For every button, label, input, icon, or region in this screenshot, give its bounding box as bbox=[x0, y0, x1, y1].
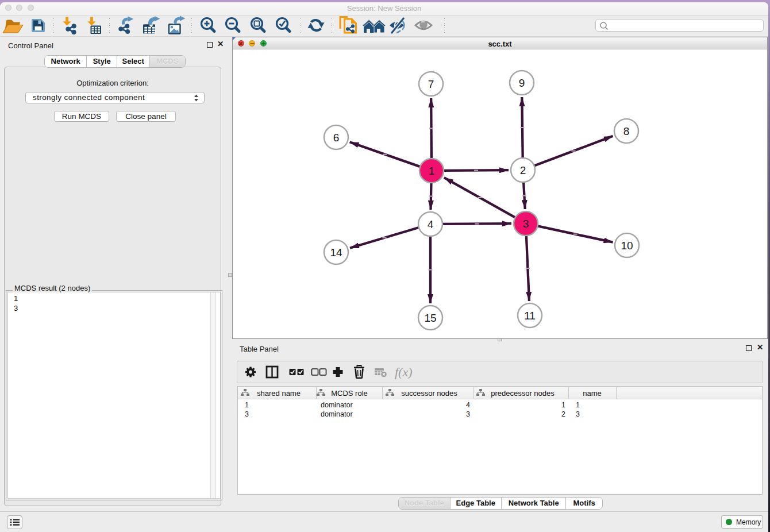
svg-text:1: 1 bbox=[429, 165, 435, 177]
svg-text:f(x): f(x) bbox=[395, 365, 413, 379]
svg-text:11: 11 bbox=[524, 310, 536, 322]
svg-text:14: 14 bbox=[330, 246, 342, 259]
svg-text:9: 9 bbox=[519, 77, 525, 89]
svg-text:10: 10 bbox=[621, 240, 633, 252]
svg-text:4: 4 bbox=[428, 218, 434, 230]
svg-text:3: 3 bbox=[523, 218, 529, 230]
svg-text:7: 7 bbox=[428, 78, 434, 90]
svg-text:15: 15 bbox=[424, 312, 436, 324]
svg-text:8: 8 bbox=[623, 125, 630, 137]
svg-text:2: 2 bbox=[520, 164, 526, 176]
svg-text:6: 6 bbox=[333, 132, 340, 144]
